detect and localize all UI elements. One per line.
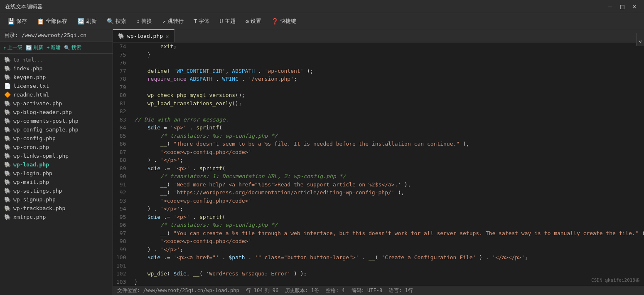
list-item[interactable]: 📄 license.txt xyxy=(0,82,113,90)
code-row: 88 ) . '</p>'; xyxy=(113,156,644,164)
list-item[interactable]: 🐘 wp-settings.php xyxy=(0,186,113,195)
code-row: 92 __( 'https://wordpress.org/documentat… xyxy=(113,188,644,197)
settings-icon: ⚙ xyxy=(246,18,249,25)
code-row: 78 require_once ABSPATH . WPINC . '/vers… xyxy=(113,75,644,83)
file-type-icon: 🐘 xyxy=(4,118,11,124)
code-row: 96 /* translators: %s: wp-config.php */ xyxy=(113,221,644,229)
save-button[interactable]: 💾 保存 xyxy=(3,16,31,27)
file-type-icon: 🐘 xyxy=(4,144,11,150)
code-row: 101 xyxy=(113,262,644,270)
list-item[interactable]: 🐘 wp-links-opml.php xyxy=(0,151,113,160)
theme-icon: U xyxy=(219,18,223,25)
list-item[interactable]: 🐘 wp-config.php xyxy=(0,134,113,143)
list-item[interactable]: 🔶 readme.html xyxy=(0,90,113,99)
code-row: 87 '<code>wp-config.php</code>' xyxy=(113,148,644,156)
list-item[interactable]: 🐘 wp-signup.php xyxy=(0,195,113,204)
sidebar-search-button[interactable]: 🔍 搜索 xyxy=(64,44,81,51)
shortcut-button[interactable]: ❓ 快捷键 xyxy=(267,16,300,27)
list-item[interactable]: 🐘 wp-blog-header.php xyxy=(0,108,113,117)
code-row: 79 xyxy=(113,83,644,92)
tab-file-icon: 🐘 xyxy=(118,33,125,39)
list-item[interactable]: 🐘 wp-comments-post.php xyxy=(0,117,113,125)
code-row: 77 define( 'WP_CONTENT_DIR', ABSPATH . '… xyxy=(113,67,644,75)
code-row: 98 '<code>wp-config.php</code>' xyxy=(113,237,644,245)
code-row: 93 '<code>wp-config.php</code>' xyxy=(113,197,644,205)
indent-status: 空格: 4 xyxy=(326,287,345,294)
minimize-button[interactable]: — xyxy=(605,2,615,11)
toolbar: 💾 保存 📋 全部保存 🔄 刷新 🔍 搜索 ↕ 替换 ↗ 跳转行 T 字体 U … xyxy=(0,13,644,29)
code-row: 82 xyxy=(113,107,644,116)
code-row: 80 wp_check_php_mysql_versions(); xyxy=(113,91,644,99)
title-bar: 在线文本编辑器 — □ ✕ xyxy=(0,0,644,13)
list-item[interactable]: 🐘 wp-login.php xyxy=(0,169,113,178)
file-type-icon: 🐘 xyxy=(4,109,11,115)
search-button[interactable]: 🔍 搜索 xyxy=(103,16,130,27)
code-row: 97 __( "You can create a %s file through… xyxy=(113,229,644,238)
language-status: 语言: 1行 xyxy=(389,287,413,294)
list-item[interactable]: 🐘 to html... xyxy=(0,55,113,64)
list-item[interactable]: 🐘 wp-activate.php xyxy=(0,99,113,108)
replace-button[interactable]: ↕ 替换 xyxy=(132,16,156,27)
font-button[interactable]: T 字体 xyxy=(189,16,214,27)
list-item[interactable]: 🐘 index.php xyxy=(0,64,113,73)
code-editor[interactable]: 74 exit; 75 } 76 77 define( 'WP_ xyxy=(113,42,644,286)
theme-button[interactable]: U 主题 xyxy=(215,16,239,27)
active-tab[interactable]: 🐘 wp-load.php ✕ xyxy=(113,29,175,42)
code-row: 84 $die = '<p>' . sprintf( xyxy=(113,124,644,132)
file-type-icon: 🐘 xyxy=(4,153,11,159)
code-row: 95 $die .= '<p>' . sprintf( xyxy=(113,213,644,221)
tab-bar: 🐘 wp-load.php ✕ xyxy=(113,29,644,42)
new-file-button[interactable]: + 新建 xyxy=(47,44,61,51)
code-row: 91 __( 'Need more help? <a href="%1$s">R… xyxy=(113,181,644,189)
editor-panel: 🐘 wp-load.php ✕ 74 exit; 75 } xyxy=(113,29,644,295)
new-icon: + xyxy=(47,45,49,51)
shortcut-icon: ❓ xyxy=(271,18,278,25)
list-item[interactable]: 🐘 wp-config-sample.php xyxy=(0,125,113,134)
code-row: 90 /* translators: 1: Documentation URL,… xyxy=(113,172,644,181)
list-item[interactable]: 🐘 wp-cron.php xyxy=(0,143,113,151)
file-type-icon: 🐘 xyxy=(4,196,11,203)
code-row: 100 $die .= '<p><a href="' . $path . '" … xyxy=(113,253,644,262)
up-button[interactable]: ↑ 上一级 xyxy=(3,44,22,51)
sidebar-search-icon: 🔍 xyxy=(64,45,70,51)
encoding-status: 编码: UTF-8 xyxy=(351,287,383,294)
line-status: 行 104 列 96 xyxy=(246,287,279,294)
code-row: 75 } xyxy=(113,51,644,59)
status-bar: 文件位置: /www/wwwroot/25qi.cn/wp-load.php 行… xyxy=(113,286,644,295)
main-layout: 目录: /www/wwwroot/25qi.cn ↑ 上一级 🔄 刷新 + 新建… xyxy=(0,29,644,295)
code-row: 81 wp_load_translations_early(); xyxy=(113,99,644,108)
goto-icon: ↗ xyxy=(162,18,165,25)
save-all-button[interactable]: 📋 全部保存 xyxy=(33,16,71,27)
sidebar-refresh-button[interactable]: 🔄 刷新 xyxy=(26,44,43,51)
tab-close-button[interactable]: ✕ xyxy=(165,33,169,40)
file-type-icon: 🐘 xyxy=(4,57,11,63)
save-all-icon: 📋 xyxy=(37,18,44,25)
list-item[interactable]: 🐘 keygen.php xyxy=(0,73,113,82)
dropdown-arrow[interactable]: ⌄ xyxy=(636,33,644,46)
close-button[interactable]: ✕ xyxy=(630,2,639,11)
code-row: 102 wp_die( $die, __( 'WordPress &rsaquo… xyxy=(113,270,644,278)
list-item[interactable]: 🐘 xmlrpc.php xyxy=(0,213,113,221)
sidebar: 目录: /www/wwwroot/25qi.cn ↑ 上一级 🔄 刷新 + 新建… xyxy=(0,29,113,295)
settings-button[interactable]: ⚙ 设置 xyxy=(241,16,265,27)
refresh-button[interactable]: 🔄 刷新 xyxy=(73,16,101,27)
code-row: 83 // Die with an error message. xyxy=(113,116,644,124)
save-icon: 💾 xyxy=(7,18,15,25)
goto-button[interactable]: ↗ 跳转行 xyxy=(158,16,187,27)
code-row: 76 xyxy=(113,59,644,67)
file-type-icon: 🐘 xyxy=(4,126,11,133)
file-type-icon: 🐘 xyxy=(4,214,11,220)
list-item-active[interactable]: 🐘 wp-load.php ◀ xyxy=(0,160,113,169)
code-row: 74 exit; xyxy=(113,42,644,51)
maximize-button[interactable]: □ xyxy=(618,2,627,11)
file-path-status: 文件位置: /www/wwwroot/25qi.cn/wp-load.php xyxy=(117,287,239,294)
directory-path: 目录: /www/wwwroot/25qi.cn xyxy=(0,29,113,42)
file-type-icon: 🐘 xyxy=(4,170,11,176)
refresh-icon: 🔄 xyxy=(77,18,84,25)
list-item[interactable]: 🐘 wp-mail.php xyxy=(0,178,113,186)
list-item[interactable]: 🐘 wp-trackback.php xyxy=(0,204,113,213)
file-type-icon: 🐘 xyxy=(4,188,11,194)
up-icon: ↑ xyxy=(3,45,6,51)
search-icon: 🔍 xyxy=(107,18,114,25)
file-type-icon: 🐘 xyxy=(4,205,11,211)
